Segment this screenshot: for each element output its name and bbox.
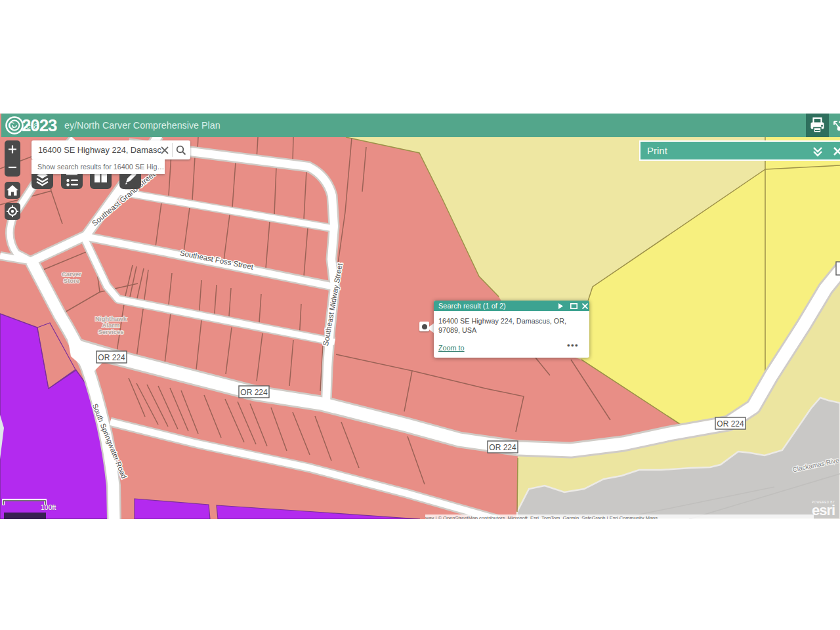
svg-text:OR 224: OR 224 bbox=[98, 353, 125, 362]
svg-text:OR 224: OR 224 bbox=[489, 443, 516, 452]
svg-text:OR 224: OR 224 bbox=[240, 388, 268, 397]
svg-text:100ft: 100ft bbox=[41, 503, 56, 511]
svg-text:Store: Store bbox=[64, 277, 79, 284]
svg-text:OR 224: OR 224 bbox=[717, 419, 744, 429]
svg-text:Services: Services bbox=[98, 328, 123, 335]
